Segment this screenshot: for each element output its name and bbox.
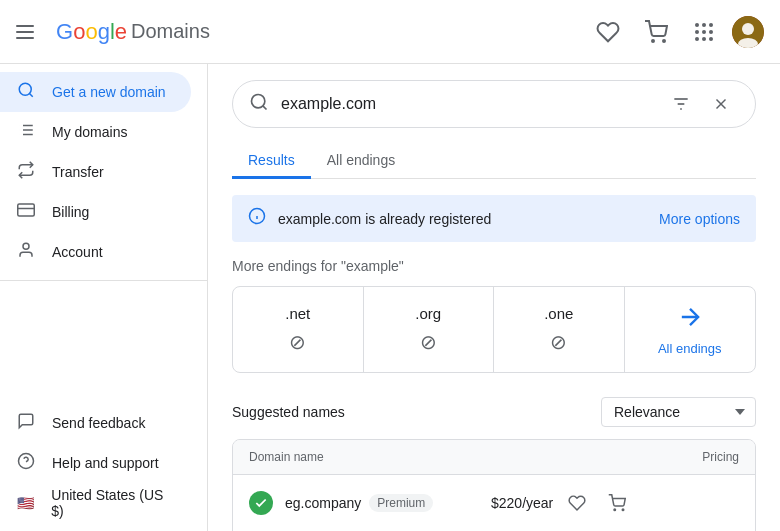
cart-button[interactable] [636,12,676,52]
ending-status: ⊘ [289,330,306,354]
table-row: eg.company Premium $220/year [233,475,755,531]
transfer-icon [16,161,36,184]
flag-icon: 🇺🇸 [16,495,35,511]
ending-name: .org [415,305,441,322]
wishlist-button[interactable] [588,12,628,52]
tab-results[interactable]: Results [232,144,311,179]
sidebar-item-label: Get a new domain [52,84,166,100]
svg-point-8 [695,37,699,41]
endings-grid: .net ⊘ .org ⊘ .one ⊘ All endings [232,286,756,373]
col-header-domain: Domain name [249,450,539,464]
add-to-cart-button[interactable] [601,487,633,519]
all-endings-button[interactable]: All endings [625,287,756,372]
sidebar-bottom: Send feedback Help and support 🇺🇸 United… [0,403,207,523]
svg-point-27 [252,94,265,107]
search-icon [249,92,269,117]
svg-line-28 [263,105,267,109]
svg-point-24 [23,243,29,249]
hamburger-menu[interactable] [16,20,40,44]
svg-rect-22 [18,204,35,216]
available-check [249,491,273,515]
sidebar-divider [0,280,207,281]
account-icon [16,241,36,264]
ending-item-one[interactable]: .one ⊘ [494,287,625,372]
suggested-header: Suggested names Relevance Price (low to … [232,397,756,427]
ending-status: ⊘ [420,330,437,354]
search-controls [663,86,739,122]
svg-point-0 [652,40,654,42]
svg-point-5 [695,30,699,34]
price: $220/year [491,495,553,511]
sidebar-item-send-feedback[interactable]: Send feedback [0,403,191,443]
domain-name: eg.company [285,495,361,511]
svg-point-2 [695,23,699,27]
avatar[interactable] [732,16,764,48]
ending-status: ⊘ [550,330,567,354]
logo-domains: Domains [131,20,210,43]
list-icon [16,121,36,144]
ending-item-org[interactable]: .org ⊘ [364,287,495,372]
search-input[interactable] [281,95,663,113]
logo-google: Google [56,19,127,45]
svg-point-38 [614,509,616,511]
search-bar [232,80,756,128]
sidebar-item-help[interactable]: Help and support [0,443,191,483]
sidebar-item-my-domains[interactable]: My domains [0,112,191,152]
svg-point-6 [702,30,706,34]
alert-banner: example.com is already registered More o… [232,195,756,242]
ending-name: .one [544,305,573,322]
more-endings-section: More endings for "example" .net ⊘ .org ⊘… [232,258,756,373]
arrow-icon [676,303,704,337]
feedback-icon [16,412,36,435]
tabs: Results All endings [232,144,756,179]
svg-point-12 [742,23,754,35]
sidebar-item-label: Send feedback [52,415,145,431]
content-area: Results All endings example.com is alrea… [208,64,780,531]
col-header-pricing: Pricing [539,450,739,464]
row-pricing: $220/year [433,487,633,519]
table-header: Domain name Pricing [233,440,755,475]
clear-button[interactable] [703,86,739,122]
sidebar-item-region[interactable]: 🇺🇸 United States (US $) [0,483,191,523]
logo: Google Domains [56,19,210,45]
results-table: Domain name Pricing eg.company Premium $… [232,439,756,531]
main-layout: Get a new domain My domains Transfer Bil… [0,64,780,531]
more-options-link[interactable]: More options [659,211,740,227]
svg-point-39 [623,509,625,511]
search-icon [16,81,36,104]
info-icon [248,207,266,230]
wishlist-button[interactable] [561,487,593,519]
apps-button[interactable] [684,12,724,52]
sidebar-item-label: Transfer [52,164,104,180]
sidebar-item-label: Billing [52,204,89,220]
sidebar-item-label: My domains [52,124,127,140]
ending-name: .net [285,305,310,322]
help-icon [16,452,36,475]
svg-point-1 [663,40,665,42]
sidebar-item-label: Help and support [52,455,159,471]
ending-item-net[interactable]: .net ⊘ [233,287,364,372]
svg-point-3 [702,23,706,27]
all-endings-label: All endings [658,341,722,356]
svg-point-7 [709,30,713,34]
billing-icon [16,201,36,224]
svg-point-4 [709,23,713,27]
svg-point-9 [702,37,706,41]
alert-text: example.com is already registered [278,211,659,227]
sidebar-item-transfer[interactable]: Transfer [0,152,191,192]
sidebar: Get a new domain My domains Transfer Bil… [0,64,208,531]
sidebar-item-new-domain[interactable]: Get a new domain [0,72,191,112]
filter-button[interactable] [663,86,699,122]
suggested-names-title: Suggested names [232,404,345,420]
svg-point-14 [19,83,31,95]
header-icons [588,12,764,52]
sidebar-item-account[interactable]: Account [0,232,191,272]
more-endings-title: More endings for "example" [232,258,756,274]
premium-badge: Premium [369,494,433,512]
sort-select[interactable]: Relevance Price (low to high) Price (hig… [601,397,756,427]
sidebar-item-label: United States (US $) [51,487,175,519]
sidebar-item-label: Account [52,244,103,260]
tab-all-endings[interactable]: All endings [311,144,412,179]
svg-point-10 [709,37,713,41]
sidebar-item-billing[interactable]: Billing [0,192,191,232]
